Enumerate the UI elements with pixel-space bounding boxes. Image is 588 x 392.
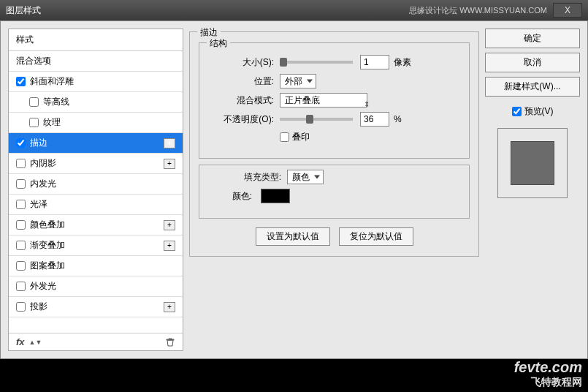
style-label: 光泽 — [30, 198, 47, 211]
trash-icon[interactable] — [165, 337, 175, 347]
cancel-button[interactable]: 取消 — [485, 53, 580, 72]
style-label: 投影 — [30, 301, 47, 313]
new-style-button[interactable]: 新建样式(W)... — [485, 77, 580, 97]
opacity-slider-thumb[interactable] — [306, 115, 313, 124]
position-select[interactable]: 外部 — [280, 74, 316, 88]
style-item-10[interactable]: 外发光 — [9, 276, 183, 297]
fill-group: 填充类型: 颜色 颜色: — [199, 165, 470, 219]
style-checkbox[interactable] — [16, 179, 26, 189]
add-effect-button[interactable]: + — [164, 302, 175, 312]
style-checkbox[interactable] — [29, 97, 39, 107]
style-checkbox[interactable] — [16, 138, 26, 148]
style-checkbox[interactable] — [16, 302, 26, 312]
filltype-select[interactable]: 颜色 — [287, 170, 324, 184]
opacity-input[interactable] — [360, 112, 389, 127]
style-label: 纹理 — [43, 116, 61, 129]
style-checkbox[interactable] — [16, 77, 26, 86]
filltype-label: 填充类型: — [208, 171, 281, 184]
style-label: 斜面和浮雕 — [30, 75, 74, 88]
style-label: 等高线 — [43, 96, 69, 108]
blend-row: 混合模式: 正片叠底 — [208, 93, 460, 108]
style-item-3[interactable]: 描边+ — [9, 133, 183, 154]
style-item-11[interactable]: 投影+ — [9, 297, 183, 317]
style-item-6[interactable]: 光泽 — [9, 195, 183, 215]
structure-title: 结构 — [207, 37, 230, 50]
style-checkbox[interactable] — [16, 200, 26, 209]
overprint-checkbox[interactable] — [280, 132, 289, 142]
opacity-unit: % — [394, 114, 402, 124]
style-item-2[interactable]: 纹理 — [9, 113, 183, 133]
style-item-7[interactable]: 颜色叠加+ — [9, 215, 183, 235]
right-panel: 确定 取消 新建样式(W)... 预览(V) — [485, 29, 580, 351]
position-value: 外部 — [285, 75, 302, 88]
overprint-label: 叠印 — [292, 131, 310, 143]
style-checkbox[interactable] — [16, 159, 26, 168]
style-checkbox[interactable] — [29, 118, 39, 127]
dialog-body: 样式 混合选项 斜面和浮雕等高线纹理描边+内阴影+内发光光泽颜色叠加+渐变叠加+… — [0, 20, 588, 359]
style-item-8[interactable]: 渐变叠加+ — [9, 235, 183, 256]
watermark-main: fevte.com — [514, 359, 582, 376]
size-slider[interactable] — [280, 61, 353, 64]
set-default-button[interactable]: 设置为默认值 — [256, 227, 330, 246]
preview-row: 预览(V) — [485, 105, 580, 118]
overprint-row: 叠印 — [208, 131, 460, 143]
style-item-5[interactable]: 内发光 — [9, 174, 183, 195]
style-label: 内阴影 — [30, 157, 56, 170]
titlebar-credit: 思缘设计论坛 WWW.MISSYUAN.COM — [409, 5, 547, 16]
add-effect-button[interactable]: + — [164, 159, 175, 169]
style-item-9[interactable]: 图案叠加 — [9, 256, 183, 276]
watermark-sub: 飞特教程网 — [514, 376, 582, 389]
opacity-row: 不透明度(O): % — [208, 112, 460, 127]
size-input[interactable] — [360, 55, 389, 69]
opacity-label: 不透明度(O): — [208, 113, 274, 126]
stroke-group: 描边 结构 大小(S): 像素 位置: 外部 混合模式: 正片叠底 — [189, 31, 479, 257]
styles-header[interactable]: 样式 — [9, 29, 183, 51]
structure-group: 结构 大小(S): 像素 位置: 外部 混合模式: 正片叠底 不透明度(O): — [199, 42, 470, 159]
add-effect-button[interactable]: + — [164, 138, 175, 148]
ok-button[interactable]: 确定 — [485, 29, 580, 48]
updown-icon[interactable]: ▲▼ — [29, 339, 42, 346]
watermark: fevte.com 飞特教程网 — [514, 359, 582, 389]
style-label: 外发光 — [30, 280, 56, 293]
color-swatch[interactable] — [261, 189, 290, 203]
opacity-slider[interactable] — [280, 118, 353, 121]
style-label: 渐变叠加 — [30, 239, 65, 252]
default-buttons-row: 设置为默认值 复位为默认值 — [199, 227, 470, 246]
styles-panel: 样式 混合选项 斜面和浮雕等高线纹理描边+内阴影+内发光光泽颜色叠加+渐变叠加+… — [8, 29, 183, 351]
position-label: 位置: — [208, 75, 274, 88]
styles-footer: fx ▲▼ — [9, 333, 183, 350]
blend-select[interactable]: 正片叠底 — [280, 93, 367, 108]
add-effect-button[interactable]: + — [164, 241, 175, 251]
preview-label: 预览(V) — [524, 105, 554, 118]
size-row: 大小(S): 像素 — [208, 55, 460, 69]
titlebar: 图层样式 思缘设计论坛 WWW.MISSYUAN.COM X — [0, 0, 588, 20]
filltype-value: 颜色 — [292, 171, 310, 184]
style-label: 内发光 — [30, 178, 56, 190]
fx-label[interactable]: fx — [16, 336, 25, 347]
style-checkbox[interactable] — [16, 282, 26, 291]
reset-default-button[interactable]: 复位为默认值 — [339, 227, 413, 246]
color-row: 颜色: — [208, 189, 460, 203]
style-item-0[interactable]: 斜面和浮雕 — [9, 72, 183, 92]
size-unit: 像素 — [394, 56, 411, 69]
size-slider-thumb[interactable] — [280, 58, 287, 67]
preview-checkbox[interactable] — [512, 107, 522, 116]
blend-options-label: 混合选项 — [16, 55, 51, 67]
size-label: 大小(S): — [208, 56, 274, 69]
style-checkbox[interactable] — [16, 241, 26, 250]
style-label: 颜色叠加 — [30, 219, 65, 231]
style-item-4[interactable]: 内阴影+ — [9, 154, 183, 174]
style-checkbox[interactable] — [16, 220, 26, 230]
preview-square — [511, 141, 554, 185]
main-panel: 描边 结构 大小(S): 像素 位置: 外部 混合模式: 正片叠底 — [189, 29, 479, 351]
filltype-row: 填充类型: 颜色 — [208, 170, 460, 184]
color-label: 颜色: — [208, 190, 252, 203]
add-effect-button[interactable]: + — [164, 220, 175, 230]
style-checkbox[interactable] — [16, 261, 26, 271]
blend-value: 正片叠底 — [285, 94, 320, 107]
style-label: 图案叠加 — [30, 260, 65, 272]
close-button[interactable]: X — [553, 3, 582, 18]
close-icon: X — [565, 5, 570, 15]
style-item-1[interactable]: 等高线 — [9, 92, 183, 113]
blend-options-row[interactable]: 混合选项 — [9, 51, 183, 72]
